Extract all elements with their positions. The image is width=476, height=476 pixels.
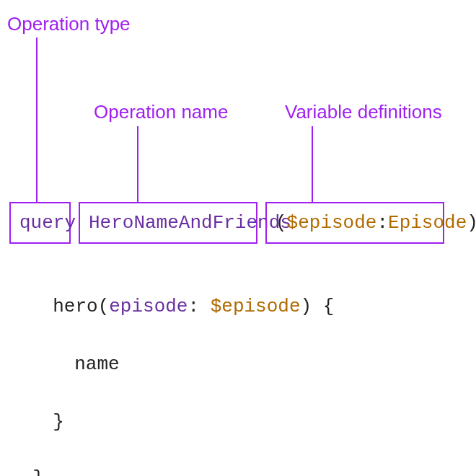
token-vardefs-var: $episode xyxy=(287,212,377,234)
code-line3: name xyxy=(52,332,120,375)
code-line1-brace: { xyxy=(457,213,476,257)
token-hero-paren-open: ( xyxy=(98,296,110,317)
label-operation-name: Operation name xyxy=(94,101,228,123)
token-query-keyword: query xyxy=(19,212,76,234)
connector-operation-type xyxy=(36,38,38,202)
label-variable-definitions: Variable definitions xyxy=(285,101,442,123)
token-vardefs-colon: : xyxy=(376,212,388,234)
token-arg-episode: episode xyxy=(109,296,188,317)
token-name-field: name xyxy=(74,353,119,375)
token-hero: hero xyxy=(53,296,97,317)
token-arg-colon: : xyxy=(188,296,210,317)
connector-variable-definitions xyxy=(312,126,313,202)
token-brace-close-outer: } xyxy=(32,467,44,476)
token-arg-var: $episode xyxy=(211,296,301,317)
token-operation-name: HeroNameAndFriends xyxy=(89,212,291,234)
box-operation-type: query xyxy=(9,202,71,244)
box-operation-name: HeroNameAndFriends xyxy=(79,202,257,244)
token-vardefs-open: ( xyxy=(276,212,287,234)
token-hero-paren-close: ) xyxy=(301,296,312,317)
token-brace-close-inner: } xyxy=(53,411,64,433)
token-brace-open-inner: { xyxy=(312,296,334,317)
connector-operation-name xyxy=(137,126,138,202)
code-line2: hero(episode: $episode) { xyxy=(30,274,334,317)
box-variable-definitions: ($episode: Episode) xyxy=(265,202,444,244)
code-line4: } xyxy=(30,389,64,433)
token-vardefs-type: Episode xyxy=(388,212,467,234)
code-line5: } xyxy=(10,446,44,476)
label-operation-type: Operation type xyxy=(7,13,131,35)
